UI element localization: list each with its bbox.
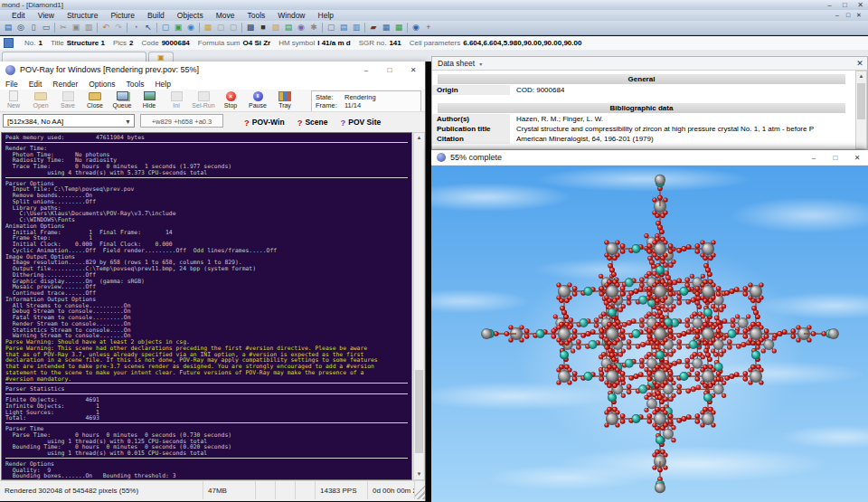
render-maximize-icon[interactable]: □ [825, 153, 846, 163]
datasheet-title: Data sheet [432, 59, 475, 68]
povray-titlebar[interactable]: POV-Ray for Windows [Rendering prev.pov:… [0, 62, 425, 79]
toolbar-icon-picture[interactable]: ▦ [202, 22, 214, 33]
toolbar-icon-povray[interactable]: ◉ [410, 22, 422, 33]
toolbar-icon-undo[interactable]: ↶ [99, 22, 112, 33]
povray-minimize-icon[interactable]: – [354, 65, 378, 75]
console-line: #version mandatory. [5, 376, 411, 383]
toolbar-icon-copy[interactable]: ▣ [70, 22, 82, 33]
close-icon[interactable]: ✕ [853, 0, 868, 10]
toolbar-icon-history[interactable]: ◔ [129, 22, 142, 33]
toolbar-button-ini: Ini [163, 90, 190, 111]
toolbar-icon-window-c[interactable]: ▥ [350, 22, 363, 33]
povray-menu-item-tools[interactable]: Tools [121, 80, 150, 89]
render-close-icon[interactable]: ✕ [846, 153, 868, 163]
menu-item-build[interactable]: Build [141, 11, 171, 20]
povray-menu-item-help[interactable]: Help [149, 80, 175, 89]
render-minimize-icon[interactable]: – [803, 153, 825, 163]
mdi-close-icon[interactable]: ✕ [854, 12, 864, 19]
toolbar-icon-window-b[interactable]: ▤ [337, 22, 350, 33]
datasheet-close-icon[interactable]: ✕ [853, 59, 867, 68]
mdi-restore-icon[interactable]: □ [843, 12, 854, 19]
diamond-titlebar[interactable]: mond - [Diamond1] – □ ✕ [0, 0, 868, 10]
menu-item-structure[interactable]: Structure [61, 11, 105, 20]
toolbar-icon-refresh[interactable]: ◉ [184, 22, 197, 33]
menu-item-objects[interactable]: Objects [171, 11, 210, 20]
stop-icon: × [217, 90, 244, 101]
toolbar-icon-frame-b[interactable]: ▢ [227, 22, 240, 33]
povray-menu-item-edit[interactable]: Edit [24, 80, 48, 89]
toolbar-icon-photo[interactable]: ▦ [380, 22, 392, 33]
resize-grip[interactable] [415, 481, 425, 499]
toolbar-icon-image[interactable]: ■ [257, 22, 269, 33]
toolbar-icon-redo[interactable]: ↷ [112, 22, 125, 33]
console-output: Peak memory used: 47611904 bytesRender T… [1, 132, 412, 480]
povray-close-icon[interactable]: ✕ [401, 65, 425, 75]
toolbar-icon-print-preview[interactable]: ▯ [27, 22, 40, 33]
help-links: ?POV-Win?Scene?POV Site [231, 112, 381, 132]
toolbar-icon-paste[interactable]: ▥ [82, 22, 95, 33]
toolbar-icon-layers[interactable]: ▤ [282, 22, 295, 33]
toolbar-icon-table[interactable]: ▦ [392, 22, 405, 33]
scroll-up-icon[interactable]: ▲ [414, 133, 424, 143]
link-pov-win[interactable]: ?POV-Win [244, 118, 285, 128]
scroll-thumb[interactable] [415, 370, 423, 453]
toolbar-icon-camera[interactable]: ◉ [295, 22, 307, 33]
toolbar-icon-gallery[interactable]: ▣ [172, 22, 184, 33]
toolbar-icon-print[interactable]: ▭ [40, 22, 52, 33]
toolbar-button-stop[interactable]: ×Stop [217, 90, 244, 111]
toolbar-icon-cut[interactable]: ✂ [57, 22, 70, 33]
menu-item-view[interactable]: View [32, 11, 61, 20]
structure-field: No.1 [24, 39, 42, 47]
toolbar-icon-window-a[interactable]: ▢ [325, 22, 337, 33]
menu-item-picture[interactable]: Picture [104, 11, 140, 20]
datasheet-row-label: Author(s) [432, 114, 510, 124]
command-line-input[interactable]: +w829 +h658 +a0.3 [140, 114, 223, 128]
povray-maximize-icon[interactable]: □ [378, 65, 401, 75]
toolbar-icon-chart[interactable]: ▰ [367, 22, 380, 33]
datasheet-gap [432, 95, 867, 101]
povray-menu-item-render[interactable]: Render [47, 80, 83, 89]
scroll-up-icon[interactable]: ▲ [856, 71, 866, 81]
maximize-icon[interactable]: □ [837, 0, 853, 10]
console-line [5, 458, 408, 460]
povray-menu-item-file[interactable]: File [0, 80, 24, 89]
toolbar-icon-frame-a[interactable]: ▢ [214, 22, 227, 33]
link-scene[interactable]: ?Scene [297, 118, 328, 128]
toolbar-button-tray[interactable]: Tray [271, 90, 298, 111]
console-scrollbar[interactable]: ▲ ▼ [413, 132, 425, 480]
toolbar-button-pause[interactable]: ‖Pause [244, 90, 271, 111]
povray-title: POV-Ray for Windows [Rendering prev.pov:… [20, 65, 199, 74]
toolbar-icon-find[interactable]: ◎ [14, 22, 27, 33]
resolution-dropdown[interactable]: [512x384, No AA] ▼ [3, 114, 135, 128]
toolbar-icon-save[interactable]: ▤ [2, 22, 14, 33]
console-line: using 1 thread(s) with 0.015 CPU-seconds… [5, 450, 411, 457]
datasheet-header[interactable]: Data sheet ▾ ✕ [432, 57, 867, 71]
hide-icon [136, 90, 163, 101]
chevron-down-icon: ▾ [479, 61, 482, 67]
datasheet-scrollbar[interactable]: ▲ [855, 71, 867, 149]
toolbar-icon-molecule[interactable]: + [422, 22, 435, 33]
menu-item-move[interactable]: Move [210, 11, 241, 20]
mdi-minimize-icon[interactable]: – [832, 12, 843, 19]
toolbar-button-close[interactable]: Close [81, 90, 108, 111]
menu-item-window[interactable]: Window [271, 11, 311, 20]
toolbar-separator [364, 23, 365, 33]
scroll-down-icon[interactable]: ▼ [414, 469, 424, 479]
toolbar-button-hide[interactable]: Hide [136, 90, 163, 111]
toolbar-icon-settings[interactable]: ✱ [307, 22, 320, 33]
minimize-icon[interactable]: – [822, 0, 837, 10]
close-icon [81, 90, 108, 101]
toolbar-icon-grid[interactable]: ▩ [244, 22, 257, 33]
toolbar-icon-pointer[interactable]: ↖ [142, 22, 155, 33]
scroll-thumb[interactable] [857, 83, 865, 119]
menu-item-edit[interactable]: Edit [5, 11, 32, 20]
console-line: Split unions.........Off [5, 199, 411, 205]
toolbar-icon-new-structure[interactable]: ▢ [159, 22, 172, 33]
toolbar-icon-folder[interactable]: ▨ [269, 22, 282, 33]
render-window-titlebar[interactable]: 55% complete – □ ✕ [431, 150, 868, 166]
link-pov-site[interactable]: ?POV Site [341, 118, 382, 128]
menu-item-tools[interactable]: Tools [241, 11, 271, 20]
toolbar-button-queue[interactable]: Queue [108, 90, 136, 111]
menu-item-help[interactable]: Help [312, 11, 340, 20]
povray-menu-item-options[interactable]: Options [83, 80, 120, 89]
